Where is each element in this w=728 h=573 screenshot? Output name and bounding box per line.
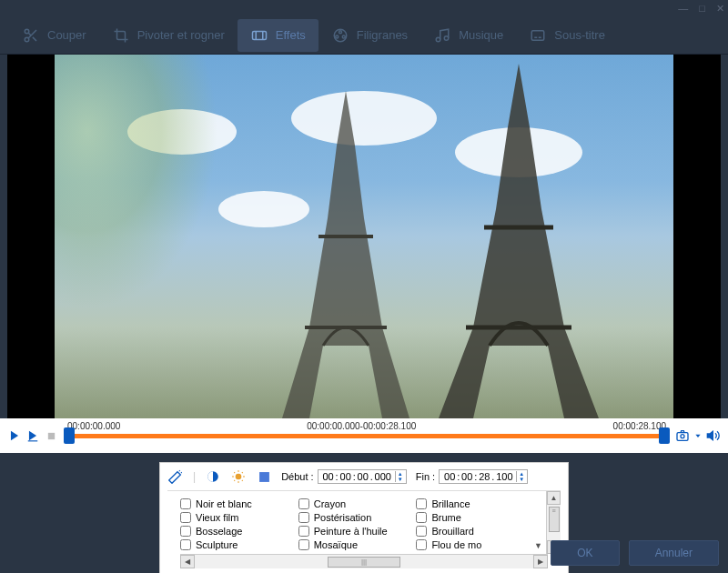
effect-item[interactable]: Mosaïque xyxy=(298,539,410,550)
effects-col-1: Noir et blanc Vieux film Bosselage Sculp… xyxy=(180,498,291,550)
scrollbar-thumb[interactable]: ||| xyxy=(328,557,400,568)
effect-checkbox[interactable] xyxy=(416,498,427,509)
effect-item[interactable]: Crayon xyxy=(298,498,410,509)
effect-item[interactable]: Noir et blanc xyxy=(180,498,291,509)
scrollbar-thumb[interactable]: ≡ xyxy=(549,507,560,532)
end-hh[interactable] xyxy=(442,471,457,482)
playback-controls: 00:00:00.000 00:00:00.000-00:00:28.100 0… xyxy=(0,418,728,453)
start-mm[interactable] xyxy=(339,471,353,482)
watermark-tab[interactable]: Filigranes xyxy=(318,19,420,52)
color-icon[interactable] xyxy=(256,468,272,485)
effect-label: Flou de mo xyxy=(431,539,481,550)
svg-marker-27 xyxy=(695,435,700,437)
effects-list: Noir et blanc Vieux film Bosselage Sculp… xyxy=(167,491,546,554)
effect-label: Sculpture xyxy=(196,539,238,550)
tab-label: Pivoter et rogner xyxy=(137,28,225,42)
effect-item[interactable]: Brouillard xyxy=(416,526,527,537)
rotate-tab[interactable]: Pivoter et rogner xyxy=(99,19,238,52)
stop-button[interactable] xyxy=(44,428,58,443)
effects-tab[interactable]: Effets xyxy=(238,19,318,52)
timeline-end-handle[interactable] xyxy=(659,427,670,444)
spin-down-icon[interactable]: ▼ xyxy=(398,477,403,482)
effect-checkbox[interactable] xyxy=(180,526,191,537)
svg-rect-24 xyxy=(47,432,54,438)
svg-rect-39 xyxy=(259,472,269,482)
effect-checkbox[interactable] xyxy=(416,539,427,550)
maximize-button[interactable]: □ xyxy=(699,3,705,14)
svg-rect-5 xyxy=(252,31,266,39)
effect-checkbox[interactable] xyxy=(298,512,309,523)
scroll-left-icon[interactable]: ◀ xyxy=(180,555,195,568)
effect-item[interactable]: Vieux film xyxy=(180,512,291,523)
start-hh[interactable] xyxy=(321,471,336,482)
effect-item[interactable]: Brillance xyxy=(416,498,527,509)
cut-tab[interactable]: Couper xyxy=(9,19,99,52)
effect-item[interactable]: Bosselage xyxy=(180,526,291,537)
minimize-button[interactable]: — xyxy=(678,3,688,14)
svg-point-12 xyxy=(436,37,440,42)
effect-label: Peinture à l'huile xyxy=(314,526,388,537)
svg-point-9 xyxy=(339,30,341,33)
svg-point-13 xyxy=(444,35,449,40)
timeline[interactable]: 00:00:00.000 00:00:00.000-00:00:28.100 0… xyxy=(67,434,666,438)
dropdown-icon[interactable] xyxy=(693,428,703,443)
effect-checkbox[interactable] xyxy=(180,498,191,509)
effect-checkbox[interactable] xyxy=(416,526,427,537)
effect-item[interactable]: Brume xyxy=(416,512,527,523)
contrast-icon[interactable] xyxy=(205,468,221,485)
music-icon xyxy=(433,26,451,45)
effect-checkbox[interactable] xyxy=(298,526,309,537)
spin-down-icon[interactable]: ▼ xyxy=(519,477,524,482)
effect-item[interactable]: Postérisation xyxy=(298,512,410,523)
video-frame xyxy=(55,55,673,418)
snapshot-button[interactable] xyxy=(675,428,690,443)
start-time-input[interactable]: : : . ▲▼ xyxy=(318,469,407,484)
reel-icon xyxy=(331,26,349,45)
subtitle-tab[interactable]: Sous-titre xyxy=(516,19,618,52)
magic-wand-icon[interactable] xyxy=(167,468,184,485)
time-start-label: 00:00:00.000 xyxy=(67,421,120,431)
dialog-buttons: OK Annuler xyxy=(551,540,719,566)
cancel-button[interactable]: Annuler xyxy=(629,540,719,566)
effects-panel: | Début : : : . ▲▼ Fin : : : . ▲▼ xyxy=(159,462,569,573)
effect-item[interactable]: Sculpture xyxy=(180,539,291,550)
svg-line-35 xyxy=(234,472,235,473)
play-button[interactable] xyxy=(7,428,22,443)
ok-button[interactable]: OK xyxy=(551,540,619,566)
end-time-group: Fin : : : . ▲▼ xyxy=(416,469,529,484)
end-ms[interactable] xyxy=(494,471,514,482)
effect-checkbox[interactable] xyxy=(298,539,309,550)
horizontal-scrollbar[interactable]: ◀ ||| ▶ xyxy=(180,554,548,568)
subtitle-icon xyxy=(529,26,547,45)
effect-checkbox[interactable] xyxy=(180,539,191,550)
scroll-right-icon[interactable]: ▶ xyxy=(533,555,548,568)
svg-line-3 xyxy=(33,36,36,40)
start-ss[interactable] xyxy=(356,471,370,482)
effect-label: Postérisation xyxy=(314,512,372,523)
brightness-icon[interactable] xyxy=(230,468,247,485)
effect-checkbox[interactable] xyxy=(416,512,427,523)
play-range-button[interactable] xyxy=(25,428,40,443)
scroll-up-icon[interactable]: ▲ xyxy=(547,491,561,505)
effect-item[interactable]: Flou de mo xyxy=(416,539,527,550)
volume-button[interactable] xyxy=(706,428,721,443)
svg-marker-28 xyxy=(707,431,713,439)
close-button[interactable]: ✕ xyxy=(716,3,724,15)
start-time-group: Début : : : . ▲▼ xyxy=(281,469,407,484)
tab-label: Filigranes xyxy=(357,28,408,42)
svg-point-30 xyxy=(236,474,240,478)
scissors-icon xyxy=(22,26,40,45)
timeline-start-handle[interactable] xyxy=(64,427,75,444)
effect-checkbox[interactable] xyxy=(180,512,191,523)
effect-label: Brillance xyxy=(431,498,470,509)
start-ms[interactable] xyxy=(373,471,393,482)
main-toolbar: Couper Pivoter et rogner Effets Filigran… xyxy=(0,16,728,55)
window-titlebar: — □ ✕ xyxy=(0,0,728,16)
effects-col-3: Brillance Brume Brouillard Flou de mo xyxy=(416,498,527,550)
music-tab[interactable]: Musique xyxy=(420,19,516,52)
effect-item[interactable]: Peinture à l'huile xyxy=(298,526,410,537)
end-mm[interactable] xyxy=(460,471,474,482)
end-ss[interactable] xyxy=(477,471,491,482)
end-time-input[interactable]: : : . ▲▼ xyxy=(439,469,528,484)
effect-checkbox[interactable] xyxy=(298,498,309,509)
